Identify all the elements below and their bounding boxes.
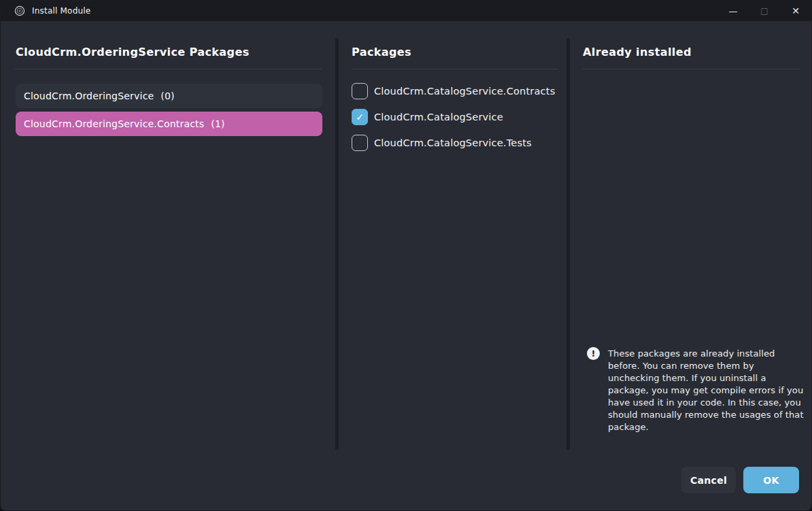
- installed-panel-header: Already installed: [583, 46, 692, 59]
- maximize-button[interactable]: □: [749, 1, 780, 21]
- window-title: Install Module: [32, 6, 90, 16]
- minimize-button[interactable]: —: [717, 1, 749, 21]
- left-panel-header: CloudCrm.OrderingService Packages: [16, 46, 250, 59]
- package-row-catalogservice-tests[interactable]: ✓ CloudCrm.CatalogService.Tests: [352, 135, 532, 151]
- package-label: CloudCrm.CatalogService.Tests: [374, 137, 532, 148]
- app-logo-icon: [14, 5, 25, 16]
- left-header-divider: [15, 69, 322, 69]
- list-item-label: CloudCrm.OrderingService: [24, 90, 154, 101]
- list-item-orderingservice[interactable]: CloudCrm.OrderingService (0): [16, 84, 322, 108]
- column-divider-1: [335, 38, 339, 450]
- list-item-orderingservice-contracts[interactable]: CloudCrm.OrderingService.Contracts (1): [16, 112, 322, 136]
- installed-header-divider: [583, 69, 800, 69]
- install-module-dialog: Install Module — □ ✕ CloudCrm.OrderingSe…: [0, 0, 812, 511]
- list-item-label: CloudCrm.OrderingService.Contracts: [24, 118, 204, 129]
- cancel-button[interactable]: Cancel: [681, 467, 736, 493]
- package-label: CloudCrm.CatalogService: [374, 112, 503, 122]
- package-row-catalogservice[interactable]: ✓ CloudCrm.CatalogService: [352, 109, 503, 125]
- list-item-count: (1): [211, 118, 224, 129]
- column-divider-2: [566, 38, 570, 450]
- installed-note: These packages are already installed bef…: [608, 348, 805, 433]
- packages-panel-header: Packages: [352, 46, 411, 59]
- info-icon: !: [587, 347, 600, 360]
- checkbox-unchecked-icon[interactable]: ✓: [352, 135, 368, 151]
- checkbox-unchecked-icon[interactable]: ✓: [352, 83, 368, 99]
- window-controls: — □ ✕: [717, 1, 811, 21]
- package-row-catalogservice-contracts[interactable]: ✓ CloudCrm.CatalogService.Contracts: [352, 83, 555, 99]
- package-label: CloudCrm.CatalogService.Contracts: [374, 86, 555, 97]
- packages-header-divider: [352, 69, 558, 69]
- ok-button[interactable]: OK: [743, 467, 799, 493]
- checkbox-checked-icon[interactable]: ✓: [352, 109, 368, 125]
- close-button[interactable]: ✕: [780, 1, 811, 21]
- titlebar: Install Module — □ ✕: [1, 1, 811, 21]
- list-item-count: (0): [160, 90, 174, 101]
